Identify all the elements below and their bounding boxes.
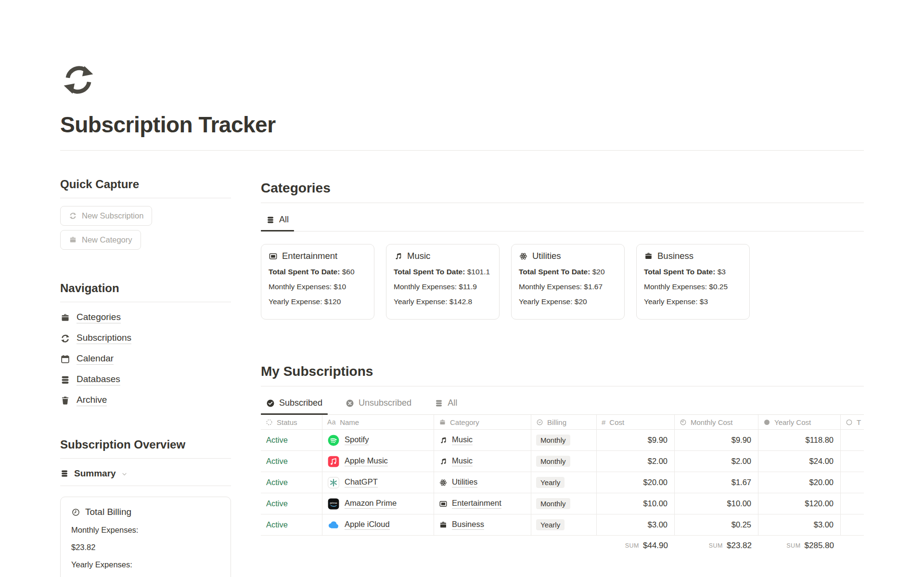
chevron-down-icon — [121, 471, 128, 477]
category-cell[interactable]: Utilities — [434, 472, 531, 493]
column-header-cost[interactable]: # Cost — [597, 415, 675, 430]
quick-capture-heading: Quick Capture — [60, 178, 231, 191]
column-label: Yearly Cost — [774, 418, 811, 426]
yearly-cost-sum[interactable]: SUM $285.80 — [758, 536, 841, 556]
cost-cell[interactable]: $3.00 — [597, 514, 675, 536]
category-card-business[interactable]: Business Total Spent To Date: $3 Monthly… — [636, 244, 750, 320]
database-icon — [266, 216, 275, 224]
tab-all-subscriptions[interactable]: All — [429, 398, 462, 414]
cost-sum[interactable]: SUM $44.90 — [597, 536, 675, 556]
sidebar-item-databases[interactable]: Databases — [60, 374, 231, 385]
yearly-cost-cell[interactable]: $3.00 — [758, 514, 841, 536]
cost-cell[interactable]: $20.00 — [597, 472, 675, 493]
sidebar-item-categories[interactable]: Categories — [60, 312, 231, 323]
subscription-name-cell[interactable]: Apple Music — [322, 451, 434, 472]
total-spent-label: Total Spent To Date: — [519, 268, 590, 276]
new-category-label: New Category — [82, 235, 132, 244]
status-cell[interactable]: Active — [261, 514, 322, 536]
monthly-cost-cell[interactable]: $10.00 — [675, 493, 758, 514]
monthly-cost-cell[interactable]: $1.67 — [675, 472, 758, 493]
column-label: Name — [340, 418, 359, 426]
truncated-cell[interactable] — [841, 472, 864, 493]
monthly-label: Monthly Expenses: — [519, 282, 582, 291]
summary-view-toggle[interactable]: Summary — [60, 468, 231, 486]
yearly-cost-cell[interactable]: $120.00 — [758, 493, 841, 514]
new-subscription-label: New Subscription — [82, 211, 143, 220]
tab-subscribed[interactable]: Subscribed — [261, 398, 328, 414]
total-spent-label: Total Spent To Date: — [269, 268, 340, 276]
monthly-cost-cell[interactable]: $2.00 — [675, 451, 758, 472]
monthly-cost-sum[interactable]: SUM $23.82 — [675, 536, 758, 556]
monthly-label: Monthly Expenses: — [269, 282, 332, 291]
status-cell[interactable]: Active — [261, 472, 322, 493]
sum-spacer — [322, 536, 434, 556]
yearly-cost-cell[interactable]: $20.00 — [758, 472, 841, 493]
cost-cell[interactable]: $10.00 — [597, 493, 675, 514]
billing-cell[interactable]: Yearly — [531, 472, 597, 493]
truncated-cell[interactable] — [841, 493, 864, 514]
category-cell[interactable]: Entertainment — [434, 493, 531, 514]
category-card-utilities[interactable]: Utilities Total Spent To Date: $20 Month… — [511, 244, 625, 320]
briefcase-icon — [69, 236, 77, 244]
category-card-music[interactable]: Music Total Spent To Date: $101.1 Monthl… — [386, 244, 500, 320]
new-category-button[interactable]: New Category — [60, 230, 141, 250]
category-cell[interactable]: Music — [434, 451, 531, 472]
subscription-name-cell[interactable]: ChatGPT — [322, 472, 434, 493]
tab-unsubscribed[interactable]: Unsubscribed — [340, 398, 417, 414]
sidebar-item-subscriptions[interactable]: Subscriptions — [60, 333, 231, 344]
column-header-billing[interactable]: Billing — [531, 415, 597, 430]
categories-heading: Categories — [261, 180, 864, 196]
monthly-label: Monthly Expenses: — [644, 282, 707, 291]
column-header-yearly-cost[interactable]: Yearly Cost — [758, 415, 841, 430]
nav-label: Archive — [77, 395, 107, 406]
yearly-cost-cell[interactable]: $118.80 — [758, 430, 841, 451]
sidebar-item-calendar[interactable]: Calendar — [60, 353, 231, 365]
yearly-value: $3 — [700, 297, 708, 306]
atom-icon — [519, 252, 528, 261]
monthly-cost-cell[interactable]: $0.25 — [675, 514, 758, 536]
column-header-truncated[interactable]: T — [841, 415, 864, 430]
column-label: Billing — [547, 418, 566, 426]
sum-label: SUM — [786, 542, 800, 549]
monthly-label: Monthly Expenses: — [394, 282, 457, 291]
column-header-category[interactable]: Category — [434, 415, 531, 430]
yearly-cost-cell[interactable]: $24.00 — [758, 451, 841, 472]
cost-cell[interactable]: $2.00 — [597, 451, 675, 472]
subscription-name-cell[interactable]: Apple iCloud — [322, 514, 434, 536]
truncated-cell[interactable] — [841, 451, 864, 472]
billing-cell[interactable]: Monthly — [531, 493, 597, 514]
tab-label: All — [279, 215, 289, 225]
tab-all-categories[interactable]: All — [261, 215, 294, 231]
category-cell[interactable]: Business — [434, 514, 531, 536]
billing-cell[interactable]: Yearly — [531, 514, 597, 536]
total-spent-label: Total Spent To Date: — [394, 268, 465, 276]
subscription-name-cell[interactable]: prime Amazon Prime — [322, 493, 434, 514]
nav-label: Subscriptions — [77, 333, 131, 344]
truncated-cell[interactable] — [841, 514, 864, 536]
truncated-cell[interactable] — [841, 430, 864, 451]
category-card-entertainment[interactable]: Entertainment Total Spent To Date: $60 M… — [261, 244, 374, 320]
column-header-status[interactable]: Status — [261, 415, 322, 430]
tv-icon — [439, 500, 448, 508]
subscription-overview-heading: Subscription Overview — [60, 438, 231, 451]
status-cell[interactable]: Active — [261, 493, 322, 514]
divider — [261, 386, 864, 386]
yearly-label: Yearly Expense: — [519, 297, 572, 306]
column-header-name[interactable]: Aa Name — [322, 415, 434, 430]
filled-circle-icon — [763, 419, 770, 426]
subscription-name-cell[interactable]: Spotify — [322, 430, 434, 451]
billing-cell[interactable]: Monthly — [531, 430, 597, 451]
monthly-cost-cell[interactable]: $9.90 — [675, 430, 758, 451]
status-cell[interactable]: Active — [261, 451, 322, 472]
total-spent-value: $20 — [592, 268, 605, 276]
column-label: Cost — [609, 418, 624, 426]
database-icon — [60, 469, 69, 478]
category-cell[interactable]: Music — [434, 430, 531, 451]
sidebar-item-archive[interactable]: Archive — [60, 395, 231, 406]
status-cell[interactable]: Active — [261, 430, 322, 451]
column-header-monthly-cost[interactable]: Monthly Cost — [675, 415, 758, 430]
cost-cell[interactable]: $9.90 — [597, 430, 675, 451]
new-subscription-button[interactable]: New Subscription — [60, 206, 152, 226]
category-name: Utilities — [532, 251, 561, 261]
billing-cell[interactable]: Monthly — [531, 451, 597, 472]
